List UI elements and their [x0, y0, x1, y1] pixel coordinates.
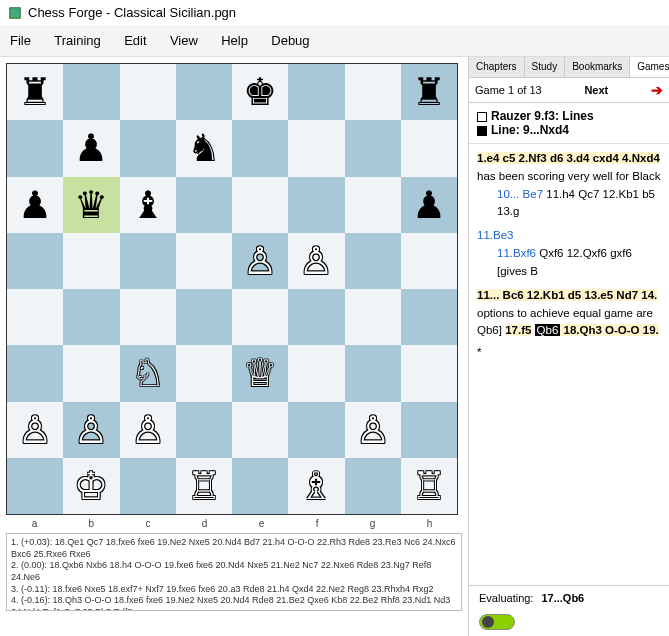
- square[interactable]: [232, 177, 288, 233]
- square[interactable]: [7, 458, 63, 514]
- square[interactable]: [120, 233, 176, 289]
- menu-file[interactable]: File: [0, 29, 41, 52]
- tab-chapters[interactable]: Chapters: [469, 57, 525, 77]
- chess-board[interactable]: ♜♚♜♟♞♟♛♝♟♙♙♘♕♙♙♙♙♔♖♗♖: [6, 63, 458, 515]
- square[interactable]: [288, 177, 344, 233]
- square[interactable]: [401, 289, 457, 345]
- piece[interactable]: ♙: [74, 411, 108, 449]
- square[interactable]: ♛: [63, 177, 119, 233]
- piece[interactable]: ♖: [412, 467, 446, 505]
- square[interactable]: ♙: [63, 402, 119, 458]
- square[interactable]: [288, 289, 344, 345]
- square[interactable]: ♘: [120, 345, 176, 401]
- piece[interactable]: ♔: [74, 467, 108, 505]
- square[interactable]: ♖: [401, 458, 457, 514]
- square[interactable]: [345, 177, 401, 233]
- square[interactable]: ♙: [7, 402, 63, 458]
- piece[interactable]: ♛: [74, 186, 108, 224]
- piece[interactable]: ♟: [412, 186, 446, 224]
- moves-panel[interactable]: 1.e4 c5 2.Nf3 d6 3.d4 cxd4 4.Nxd4 has be…: [469, 144, 669, 585]
- piece[interactable]: ♘: [131, 354, 165, 392]
- variation-3-start[interactable]: 11.Bxf6: [497, 247, 536, 259]
- menu-training[interactable]: Training: [44, 29, 110, 52]
- square[interactable]: [7, 345, 63, 401]
- variation-2[interactable]: 11.Be3: [477, 221, 661, 245]
- piece[interactable]: ♙: [18, 411, 52, 449]
- line2-m18[interactable]: 18.Qh3 O-O-O 19.: [560, 324, 658, 336]
- square[interactable]: [176, 289, 232, 345]
- square[interactable]: ♟: [7, 177, 63, 233]
- tab-bookmarks[interactable]: Bookmarks: [565, 57, 630, 77]
- square[interactable]: [120, 120, 176, 176]
- piece[interactable]: ♟: [18, 186, 52, 224]
- square[interactable]: ♟: [401, 177, 457, 233]
- square[interactable]: ♝: [120, 177, 176, 233]
- square[interactable]: [176, 177, 232, 233]
- square[interactable]: ♕: [232, 345, 288, 401]
- piece[interactable]: ♕: [243, 354, 277, 392]
- engine-toggle[interactable]: [479, 614, 515, 630]
- piece[interactable]: ♟: [74, 129, 108, 167]
- square[interactable]: ♟: [63, 120, 119, 176]
- square[interactable]: ♚: [232, 64, 288, 120]
- piece[interactable]: ♖: [187, 467, 221, 505]
- square[interactable]: [345, 233, 401, 289]
- next-arrow-icon[interactable]: ➔: [651, 82, 663, 98]
- variation-1-start[interactable]: 10... Be7: [497, 188, 543, 200]
- square[interactable]: [63, 289, 119, 345]
- piece[interactable]: ♝: [131, 186, 165, 224]
- square[interactable]: [176, 233, 232, 289]
- square[interactable]: [345, 289, 401, 345]
- square[interactable]: [232, 458, 288, 514]
- square[interactable]: [120, 289, 176, 345]
- square[interactable]: ♙: [120, 402, 176, 458]
- square[interactable]: [176, 345, 232, 401]
- square[interactable]: [288, 120, 344, 176]
- square[interactable]: [401, 402, 457, 458]
- square[interactable]: [288, 345, 344, 401]
- square[interactable]: [288, 402, 344, 458]
- square[interactable]: [63, 233, 119, 289]
- square[interactable]: [345, 64, 401, 120]
- menu-view[interactable]: View: [160, 29, 208, 52]
- square[interactable]: ♔: [63, 458, 119, 514]
- square[interactable]: [232, 402, 288, 458]
- square[interactable]: [232, 120, 288, 176]
- line2-rest1[interactable]: Qb6]: [477, 324, 505, 336]
- square[interactable]: ♙: [232, 233, 288, 289]
- square[interactable]: [345, 120, 401, 176]
- menu-edit[interactable]: Edit: [114, 29, 156, 52]
- tab-study[interactable]: Study: [525, 57, 566, 77]
- piece[interactable]: ♗: [299, 467, 333, 505]
- square[interactable]: [63, 345, 119, 401]
- piece[interactable]: ♙: [299, 242, 333, 280]
- square[interactable]: [401, 345, 457, 401]
- square[interactable]: [63, 64, 119, 120]
- square[interactable]: ♜: [401, 64, 457, 120]
- opening-moves[interactable]: 1.e4 c5 2.Nf3 d6 3.d4 cxd4 4.Nxd4: [477, 152, 660, 164]
- square[interactable]: [7, 233, 63, 289]
- piece[interactable]: ♜: [412, 73, 446, 111]
- piece[interactable]: ♜: [18, 73, 52, 111]
- square[interactable]: ♖: [176, 458, 232, 514]
- square[interactable]: [401, 233, 457, 289]
- square[interactable]: [120, 458, 176, 514]
- square[interactable]: [401, 120, 457, 176]
- square[interactable]: [345, 345, 401, 401]
- next-button[interactable]: Next: [584, 84, 608, 96]
- current-move[interactable]: Qb6: [535, 324, 561, 336]
- square[interactable]: ♙: [288, 233, 344, 289]
- square[interactable]: ♞: [176, 120, 232, 176]
- square[interactable]: [176, 64, 232, 120]
- square[interactable]: [120, 64, 176, 120]
- square[interactable]: [232, 289, 288, 345]
- menu-debug[interactable]: Debug: [261, 29, 319, 52]
- piece[interactable]: ♙: [131, 411, 165, 449]
- square[interactable]: [345, 458, 401, 514]
- square[interactable]: [176, 402, 232, 458]
- square[interactable]: ♗: [288, 458, 344, 514]
- tab-games[interactable]: Games: [630, 57, 669, 77]
- square[interactable]: ♙: [345, 402, 401, 458]
- square[interactable]: [288, 64, 344, 120]
- square[interactable]: [7, 289, 63, 345]
